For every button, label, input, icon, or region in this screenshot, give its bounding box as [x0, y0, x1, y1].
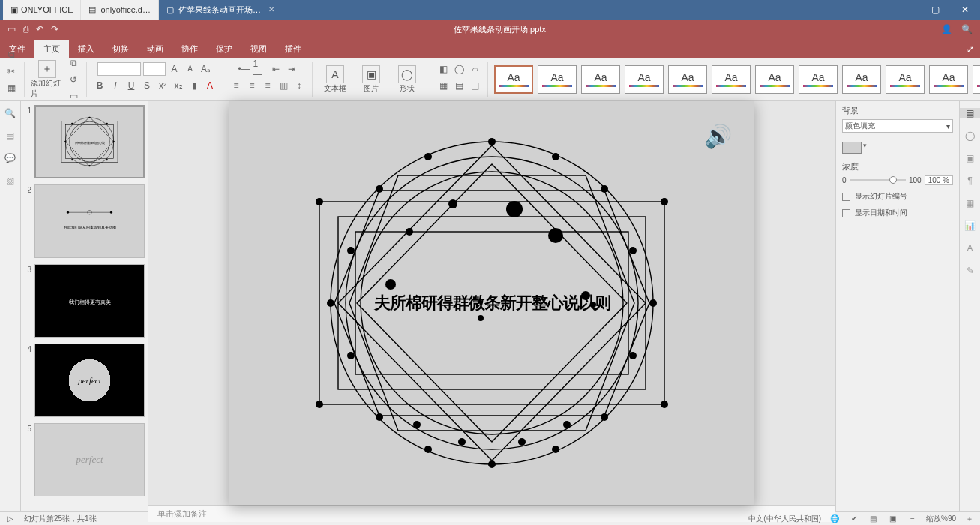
- add-slide-button[interactable]: ＋ 添加幻灯片: [31, 60, 64, 99]
- ribbon-tab-plugins[interactable]: 插件: [276, 40, 310, 58]
- left-search-icon[interactable]: 🔍: [4, 108, 16, 118]
- search-icon[interactable]: 🔍: [961, 24, 973, 34]
- slide-title-text[interactable]: 夫所棉研得群微条新开整心说以则: [374, 292, 610, 314]
- group-button[interactable]: ◫: [468, 79, 481, 92]
- theme-item-4[interactable]: Aa: [668, 65, 707, 94]
- fit-view-icon[interactable]: ▣: [887, 514, 899, 523]
- shape-button[interactable]: ◯形状: [391, 65, 424, 94]
- thumbnail-panel[interactable]: 1 所研棉得微条动图心说 2 在此我们研从图案等到真美动图 3 我们相得更有真美: [21, 100, 148, 512]
- ribbon-tab-collab[interactable]: 协作: [172, 40, 207, 58]
- numbering-button[interactable]: 1—: [253, 62, 267, 76]
- qat-print-icon[interactable]: ⎙: [23, 24, 28, 34]
- thumb-3[interactable]: 我们相得更有真美: [34, 264, 145, 338]
- show-slide-number-checkbox[interactable]: 显示幻灯片编号: [842, 191, 953, 202]
- left-feedback-icon[interactable]: ▧: [6, 176, 14, 186]
- bold-button[interactable]: B: [93, 79, 106, 92]
- zoom-label[interactable]: 缩放%90: [926, 514, 956, 524]
- ribbon-tab-trans[interactable]: 切换: [103, 40, 138, 58]
- left-chat-icon[interactable]: 💬: [4, 153, 16, 164]
- zoom-in-button[interactable]: ＋: [964, 514, 976, 524]
- theme-item-1[interactable]: Aa: [538, 65, 577, 94]
- font-name-combo[interactable]: [97, 62, 141, 76]
- theme-item-8[interactable]: Aa: [842, 65, 881, 94]
- fill-type-combo[interactable]: 颜色填充▾: [842, 119, 953, 133]
- theme-gallery[interactable]: Aa Aa Aa Aa Aa Aa Aa Aa Aa Aa Aa Aa ▴ ▾: [494, 65, 980, 94]
- theme-item-5[interactable]: Aa: [712, 65, 751, 94]
- theme-item-6[interactable]: Aa: [755, 65, 794, 94]
- rp-tab-shape-icon[interactable]: ◯: [965, 130, 975, 141]
- indent-inc-button[interactable]: ⇥: [285, 62, 298, 76]
- paste-button[interactable]: ▦: [4, 81, 18, 94]
- chevron-down-icon[interactable]: ▾: [863, 142, 867, 149]
- ribbon-tab-protect[interactable]: 保护: [207, 40, 241, 58]
- cut-button[interactable]: ✂: [4, 64, 18, 78]
- shape-fill-button[interactable]: ◧: [436, 62, 450, 76]
- theme-item-7[interactable]: Aa: [799, 65, 838, 94]
- italic-button[interactable]: I: [109, 79, 122, 92]
- thumb-2[interactable]: 在此我们研从图案等到真美动图: [34, 184, 145, 258]
- font-size-combo[interactable]: [143, 62, 166, 76]
- eraser-button[interactable]: ▱: [468, 62, 481, 76]
- opacity-value-input[interactable]: 100 %: [925, 176, 953, 185]
- arrange-button[interactable]: ▦: [436, 79, 450, 92]
- strike-button[interactable]: S: [140, 79, 154, 92]
- align-left-button[interactable]: ≡: [229, 79, 243, 92]
- line-spacing-button[interactable]: ≡: [261, 79, 274, 92]
- rp-tab-image-icon[interactable]: ▣: [966, 153, 974, 164]
- qat-save-icon[interactable]: ▭: [7, 24, 16, 34]
- zoom-out-button[interactable]: −: [907, 514, 919, 523]
- win-min-button[interactable]: —: [890, 4, 920, 15]
- text-direction-button[interactable]: ↕: [292, 79, 306, 92]
- spellcheck-icon[interactable]: ✔: [848, 514, 860, 523]
- reset-button[interactable]: ↺: [67, 73, 80, 86]
- theme-item-10[interactable]: Aa: [929, 65, 968, 94]
- opacity-slider[interactable]: [850, 179, 906, 182]
- slide-canvas[interactable]: 🔊: [229, 100, 754, 506]
- align-center-button[interactable]: ≡: [245, 79, 259, 92]
- highlight-button[interactable]: ▮: [187, 79, 201, 92]
- ribbon-tab-view[interactable]: 视图: [241, 40, 276, 58]
- doc-tab-0[interactable]: ▤ onlyoffice.d…: [80, 0, 157, 20]
- show-datetime-checkbox[interactable]: 显示日期和时间: [842, 208, 953, 218]
- fontsize-dec-button[interactable]: A: [184, 62, 197, 76]
- thumb-1[interactable]: 所研棉得微条动图心说: [34, 105, 145, 178]
- ribbon-collapse-icon[interactable]: ⤢: [961, 40, 980, 58]
- copy-button[interactable]: ⧉: [4, 48, 18, 62]
- win-max-button[interactable]: ▢: [920, 4, 950, 15]
- doc-tab-1[interactable]: ▢ 佐苹果线条动画开场… ✕: [158, 0, 282, 20]
- textbox-button[interactable]: A文本框: [319, 65, 352, 94]
- super-button[interactable]: x²: [156, 79, 169, 92]
- lang-indicator[interactable]: 中文(中华人民共和国): [748, 514, 821, 524]
- status-play-icon[interactable]: ▷: [4, 514, 16, 523]
- rp-tab-paragraph-icon[interactable]: ¶: [967, 176, 972, 186]
- theme-item-3[interactable]: Aa: [625, 65, 664, 94]
- theme-item-0[interactable]: Aa: [494, 65, 533, 94]
- columns-button[interactable]: ▥: [277, 79, 290, 92]
- win-close-button[interactable]: ✕: [950, 4, 980, 15]
- fontsize-inc-button[interactable]: A: [168, 62, 181, 76]
- theme-item-2[interactable]: Aa: [581, 65, 620, 94]
- fontcolor-button[interactable]: A: [203, 79, 217, 92]
- sub-button[interactable]: x₂: [172, 79, 185, 92]
- left-comments-icon[interactable]: ▤: [6, 130, 14, 141]
- align-objects-button[interactable]: ▤: [452, 79, 466, 92]
- underline-button[interactable]: U: [124, 79, 138, 92]
- image-button[interactable]: ▣图片: [355, 65, 388, 94]
- theme-item-11[interactable]: Aa: [973, 65, 980, 94]
- normal-view-icon[interactable]: ▤: [868, 514, 880, 523]
- change-case-button[interactable]: Aₐ: [199, 62, 213, 76]
- globe-icon[interactable]: 🌐: [829, 514, 841, 523]
- tab-close-icon[interactable]: ✕: [268, 0, 274, 20]
- rp-tab-chart-icon[interactable]: 📊: [964, 220, 976, 231]
- rp-tab-textart-icon[interactable]: A: [967, 243, 973, 254]
- theme-item-9[interactable]: Aa: [886, 65, 925, 94]
- qat-redo-icon[interactable]: ↷: [51, 24, 58, 34]
- user-icon[interactable]: 👤: [941, 24, 952, 34]
- rp-tab-table-icon[interactable]: ▦: [966, 198, 974, 208]
- layout-button[interactable]: ⧉: [67, 56, 80, 70]
- ribbon-tab-anim[interactable]: 动画: [138, 40, 172, 58]
- fill-color-swatch[interactable]: [842, 142, 862, 154]
- rp-tab-slide-icon[interactable]: ▤: [960, 108, 980, 118]
- shape-outline-button[interactable]: ◯: [452, 62, 466, 76]
- rp-tab-sign-icon[interactable]: ✎: [967, 266, 974, 276]
